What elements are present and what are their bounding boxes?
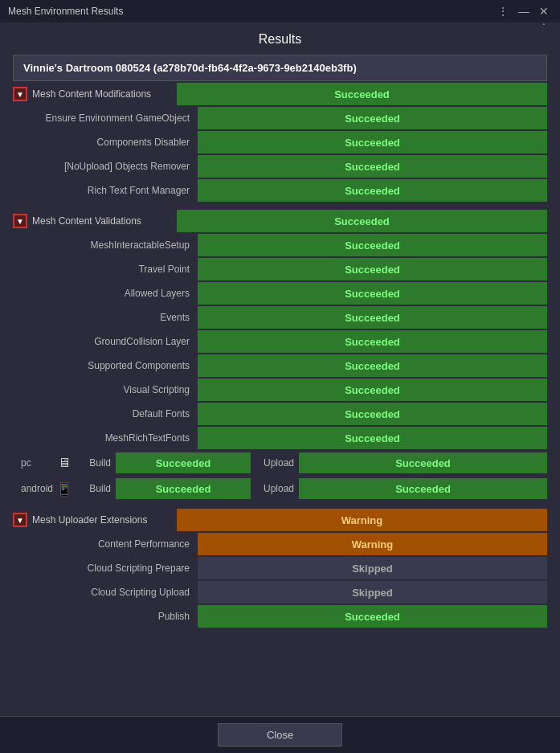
more-options-button[interactable]: ⋮: [494, 5, 512, 18]
upload-label: Upload: [251, 457, 299, 469]
table-row: Supported Components Succeeded: [13, 354, 547, 377]
row-status: Succeeded: [198, 403, 547, 425]
row-status: Succeeded: [198, 306, 547, 329]
row-status: Succeeded: [198, 234, 547, 256]
section-title-2: Mesh Uploader Extensions: [32, 514, 177, 526]
build-upload-row-android: android 📱 Build Succeeded Upload Succeed…: [13, 477, 547, 501]
row-status: Succeeded: [198, 427, 547, 449]
build-label: Build: [76, 457, 116, 469]
pc-build-status: Succeeded: [116, 452, 251, 473]
table-row: MeshRichTextFonts Succeeded: [13, 427, 547, 449]
table-row: Travel Point Succeeded: [13, 258, 547, 280]
row-status: Succeeded: [198, 258, 547, 280]
row-label: Visual Scripting: [13, 384, 198, 395]
table-row: Default Fonts Succeeded: [13, 403, 547, 425]
section-toggle-2[interactable]: ▼: [13, 513, 27, 527]
row-status: Succeeded: [198, 155, 547, 178]
row-label: Publish: [13, 611, 198, 622]
title-bar-title: Mesh Environment Results: [8, 6, 123, 17]
row-status: Succeeded: [198, 330, 547, 353]
section-mesh-uploader-extensions: ▼ Mesh Uploader Extensions Warning Conte…: [13, 509, 547, 628]
results-title: Results: [13, 32, 547, 47]
row-label: Components Disabler: [13, 137, 198, 148]
row-label: Ensure Environment GameObject: [13, 113, 198, 124]
table-row: Cloud Scripting Prepare Skipped: [13, 557, 547, 579]
upload-label: Upload: [251, 483, 299, 494]
row-status: Skipped: [198, 581, 547, 604]
minimize-button[interactable]: —: [515, 5, 533, 18]
section-mesh-content-modifications: ▼ Mesh Content Modifications Succeeded E…: [13, 83, 547, 202]
section-status-2: Warning: [177, 509, 547, 531]
section-title-1: Mesh Content Validations: [32, 215, 177, 227]
help-icon[interactable]: ?: [541, 23, 547, 27]
section-toggle-1[interactable]: ▼: [13, 214, 27, 228]
section-title-0: Mesh Content Modifications: [32, 88, 177, 100]
row-label: Allowed Layers: [13, 288, 198, 299]
platform-label-pc: pc: [13, 457, 53, 469]
table-row: Cloud Scripting Upload Skipped: [13, 581, 547, 604]
table-row: Allowed Layers Succeeded: [13, 282, 547, 305]
title-bar: Mesh Environment Results ⋮ — ✕: [0, 0, 560, 23]
row-label: Rich Text Font Manager: [13, 185, 198, 196]
main-content: Results ? Vinnie's Dartroom 080524 (a278…: [0, 23, 560, 642]
table-row: Content Performance Warning: [13, 533, 547, 555]
env-header: Vinnie's Dartroom 080524 (a278b70d-fb64-…: [13, 55, 547, 81]
build-label: Build: [76, 483, 116, 494]
table-row: Publish Succeeded: [13, 605, 547, 628]
table-row: Visual Scripting Succeeded: [13, 379, 547, 401]
row-status: Succeeded: [198, 354, 547, 377]
row-status: Succeeded: [198, 179, 547, 202]
monitor-icon: 🖥: [53, 456, 76, 470]
table-row: GroundCollision Layer Succeeded: [13, 330, 547, 353]
build-upload-row-pc: pc 🖥 Build Succeeded Upload Succeeded: [13, 451, 547, 475]
android-build-status: Succeeded: [116, 478, 251, 499]
row-label: Cloud Scripting Upload: [13, 587, 198, 598]
row-label: MeshRichTextFonts: [13, 432, 198, 444]
row-status: Succeeded: [198, 107, 547, 129]
row-label: Travel Point: [13, 264, 198, 275]
row-label: [NoUpload] Objects Remover: [13, 161, 198, 172]
table-row: Components Disabler Succeeded: [13, 131, 547, 153]
table-row: Ensure Environment GameObject Succeeded: [13, 107, 547, 129]
table-row: [NoUpload] Objects Remover Succeeded: [13, 155, 547, 178]
row-label: MeshInteractableSetup: [13, 239, 198, 251]
close-button[interactable]: Close: [218, 723, 342, 747]
row-status: Succeeded: [198, 131, 547, 153]
row-status: Succeeded: [198, 282, 547, 305]
table-row: Events Succeeded: [13, 306, 547, 329]
close-window-button[interactable]: ✕: [536, 5, 552, 18]
android-upload-status: Succeeded: [299, 478, 547, 499]
pc-upload-status: Succeeded: [299, 452, 547, 473]
section-toggle-0[interactable]: ▼: [13, 87, 27, 101]
row-status: Skipped: [198, 557, 547, 579]
row-status: Succeeded: [198, 379, 547, 401]
android-icon: 📱: [53, 481, 76, 497]
row-label: GroundCollision Layer: [13, 336, 198, 347]
row-label: Cloud Scripting Prepare: [13, 563, 198, 574]
row-label: Events: [13, 312, 198, 323]
table-row: Rich Text Font Manager Succeeded: [13, 179, 547, 202]
row-label: Content Performance: [13, 538, 198, 550]
row-status: Succeeded: [198, 605, 547, 628]
row-label: Supported Components: [13, 360, 198, 371]
close-bar: Close: [0, 716, 560, 753]
section-mesh-content-validations: ▼ Mesh Content Validations Succeeded Mes…: [13, 210, 547, 501]
row-label: Default Fonts: [13, 408, 198, 419]
table-row: MeshInteractableSetup Succeeded: [13, 234, 547, 256]
section-status-1: Succeeded: [177, 210, 547, 232]
main-scroll-area: Results ? Vinnie's Dartroom 080524 (a278…: [0, 23, 560, 682]
row-status: Warning: [198, 533, 547, 555]
section-status-0: Succeeded: [177, 83, 547, 105]
platform-label-android: android: [13, 483, 53, 494]
